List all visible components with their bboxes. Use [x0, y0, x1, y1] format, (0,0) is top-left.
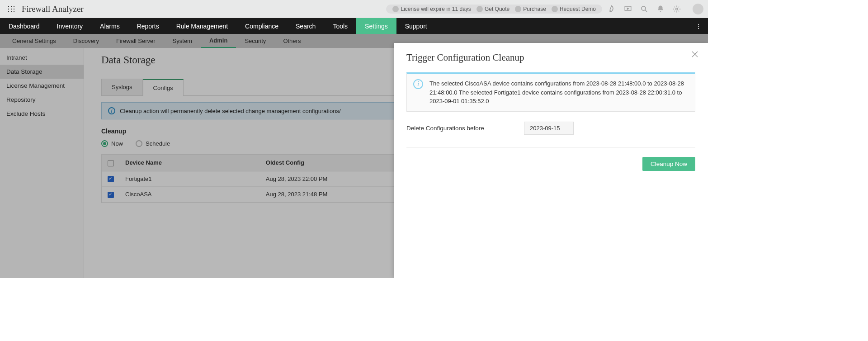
- drawer-title: Trigger Configuration Cleanup: [406, 52, 695, 63]
- rocket-icon[interactable]: [608, 5, 616, 13]
- drawer-actions: Cleanup Now: [406, 157, 695, 171]
- info-icon: i: [108, 107, 115, 114]
- tab-syslogs[interactable]: Syslogs: [101, 79, 143, 95]
- nav-search[interactable]: Search: [287, 18, 324, 34]
- product-title: Firewall Analyzer: [22, 4, 84, 14]
- nav-alarms[interactable]: Alarms: [91, 18, 128, 34]
- subnav-discovery[interactable]: Discovery: [65, 34, 108, 48]
- cleanup-now-button[interactable]: Cleanup Now: [642, 157, 695, 171]
- subnav-others[interactable]: Others: [274, 34, 309, 48]
- subnav-firewall-server[interactable]: Firewall Server: [108, 34, 164, 48]
- drawer-notice-text: The selected CiscoASA device contains co…: [429, 79, 689, 106]
- nav-rule-management[interactable]: Rule Management: [168, 18, 236, 34]
- presentation-icon[interactable]: [624, 5, 632, 13]
- nav-settings[interactable]: Settings: [356, 18, 396, 34]
- toolbar-icons: [608, 4, 703, 14]
- nav-support[interactable]: Support: [396, 18, 436, 34]
- info-icon: i: [413, 79, 423, 89]
- nav-reports[interactable]: Reports: [128, 18, 168, 34]
- svg-point-1: [642, 6, 646, 10]
- main-nav: Dashboard Inventory Alarms Reports Rule …: [0, 18, 708, 34]
- close-icon[interactable]: [691, 50, 699, 60]
- delete-before-input[interactable]: 2023-09-15: [524, 122, 574, 135]
- sidebar-item-license-management[interactable]: License Management: [0, 79, 84, 93]
- select-all-checkbox[interactable]: [108, 160, 114, 166]
- license-strip: License will expire in 11 days Get Quote…: [386, 5, 602, 14]
- purchase-chip[interactable]: Purchase: [513, 6, 548, 12]
- row-checkbox[interactable]: [108, 176, 114, 182]
- sidebar-item-data-storage[interactable]: Data Storage: [0, 65, 84, 79]
- subnav-system[interactable]: System: [164, 34, 201, 48]
- nav-tools[interactable]: Tools: [324, 18, 356, 34]
- subnav-general-settings[interactable]: General Settings: [4, 34, 65, 48]
- request-demo-chip[interactable]: Request Demo: [550, 6, 598, 12]
- nav-inventory[interactable]: Inventory: [48, 18, 92, 34]
- sidebar-item-repository[interactable]: Repository: [0, 93, 84, 107]
- cell-device: CiscoASA: [120, 187, 260, 203]
- sidebar-item-exclude-hosts[interactable]: Exclude Hosts: [0, 107, 84, 121]
- license-expiry-chip[interactable]: License will expire in 11 days: [391, 6, 472, 12]
- drawer-notice: i The selected CiscoASA device contains …: [406, 72, 695, 112]
- radio-schedule[interactable]: Schedule: [136, 140, 170, 147]
- kebab-menu-icon[interactable]: ⋮: [689, 18, 708, 34]
- license-expiry-text: License will expire in 11 days: [401, 6, 471, 12]
- top-bar: Firewall Analyzer License will expire in…: [0, 0, 708, 18]
- row-checkbox[interactable]: [108, 192, 114, 198]
- sidebar-item-intranet[interactable]: Intranet: [0, 51, 84, 65]
- subnav-security[interactable]: Security: [236, 34, 274, 48]
- cell-device: Fortigate1: [120, 171, 260, 187]
- get-quote-chip[interactable]: Get Quote: [475, 6, 511, 12]
- delete-before-label: Delete Configurations before: [406, 125, 510, 132]
- subnav-admin[interactable]: Admin: [201, 34, 236, 48]
- delete-before-row: Delete Configurations before 2023-09-15: [406, 122, 695, 135]
- svg-point-2: [676, 8, 678, 10]
- side-panel: Intranet Data Storage License Management…: [0, 48, 84, 278]
- col-device-name: Device Name: [120, 155, 260, 171]
- nav-dashboard[interactable]: Dashboard: [0, 18, 48, 34]
- tab-configs[interactable]: Configs: [143, 79, 184, 96]
- bell-icon[interactable]: [656, 5, 665, 13]
- nav-compliance[interactable]: Compliance: [236, 18, 287, 34]
- cleanup-drawer: Trigger Configuration Cleanup i The sele…: [394, 43, 708, 278]
- apps-grid-icon[interactable]: [7, 5, 15, 13]
- info-banner-text: Cleanup action will permanently delete s…: [120, 108, 341, 114]
- search-icon[interactable]: [640, 5, 648, 13]
- gear-icon[interactable]: [673, 5, 681, 13]
- radio-now[interactable]: Now: [101, 140, 123, 147]
- avatar[interactable]: [693, 4, 703, 14]
